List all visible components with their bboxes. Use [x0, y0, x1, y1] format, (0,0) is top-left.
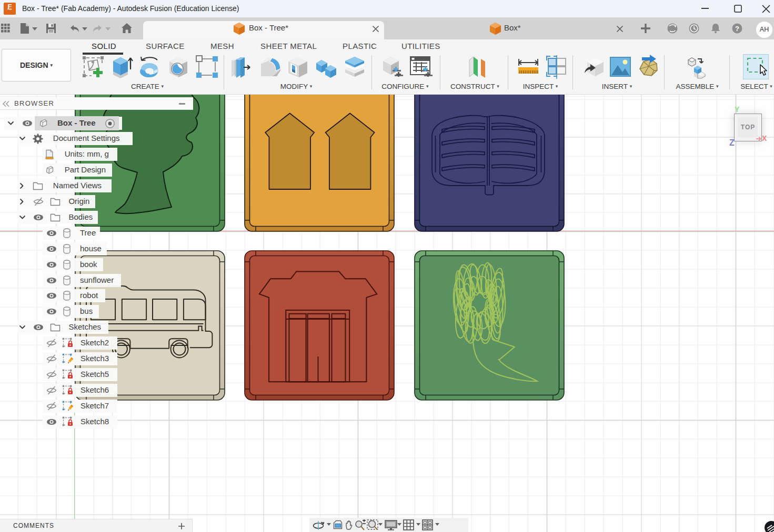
svg-text:?: ?: [735, 25, 739, 33]
